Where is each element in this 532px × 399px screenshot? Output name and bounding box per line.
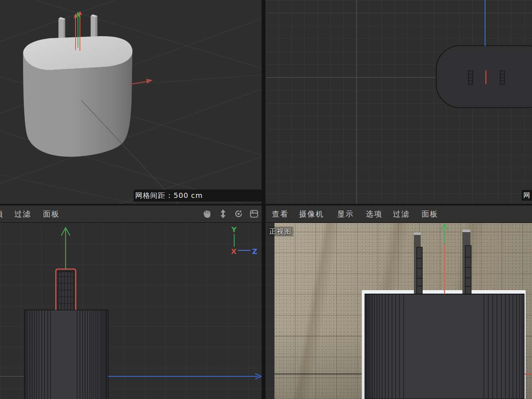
3d-app-window: 网格间距 : 500 cm 网 项 过滤 xyxy=(0,0,532,399)
rotate-view-icon[interactable] xyxy=(233,209,244,219)
axis-orientation-gizmo: Y X Z xyxy=(231,225,257,256)
side-viewport[interactable]: Y X Z xyxy=(0,223,262,399)
menu-item-camera[interactable]: 摄像机 xyxy=(299,205,324,222)
charger-wireframe-side[interactable] xyxy=(25,310,108,399)
y-axis-handle[interactable] xyxy=(441,224,448,244)
side-view-scene: Y X Z xyxy=(0,223,262,399)
x-axis-handle[interactable] xyxy=(130,79,153,84)
viewport-toolbar xyxy=(202,209,259,219)
z-axis-handle[interactable] xyxy=(108,374,261,379)
top-view-scene xyxy=(266,0,532,204)
viewport-divider-vertical[interactable] xyxy=(262,0,266,399)
gizmo-y-label: Y xyxy=(231,225,237,234)
perspective-viewport[interactable]: 网格间距 : 500 cm xyxy=(0,0,262,204)
toggle-single-view-icon[interactable] xyxy=(249,209,259,219)
grid-spacing-label-clipped: 网 xyxy=(522,190,532,201)
menu-item-view[interactable]: 查看 xyxy=(272,205,289,222)
menu-item-panel[interactable]: 面板 xyxy=(421,205,438,222)
gizmo-z-label: Z xyxy=(252,247,257,256)
pan-hand-icon[interactable] xyxy=(202,209,213,219)
menu-item-options-truncated[interactable]: 项 xyxy=(0,205,4,222)
menu-item-options[interactable]: 选项 xyxy=(366,205,382,222)
gizmo-x-label: X xyxy=(231,247,237,256)
charger-outline-top[interactable] xyxy=(436,46,532,108)
grid-spacing-label: 网格间距 : 500 cm xyxy=(134,190,262,201)
menu-item-filter[interactable]: 过滤 xyxy=(393,205,410,222)
front-view-scene xyxy=(266,223,532,399)
front-viewport[interactable]: 正视图 xyxy=(266,223,532,399)
side-viewport-menubar: 项 过滤 面板 xyxy=(0,205,262,223)
viewport-name-label: 正视图 xyxy=(268,227,293,236)
menu-item-display[interactable]: 显示 xyxy=(337,205,354,222)
dolly-zoom-icon[interactable] xyxy=(218,209,228,219)
y-axis-handle[interactable] xyxy=(61,228,70,269)
front-viewport-menubar: 查看 摄像机 显示 选项 过滤 面板 xyxy=(266,205,532,223)
menu-item-filter[interactable]: 过滤 xyxy=(14,205,31,222)
charger-wireframe-front[interactable] xyxy=(365,294,524,399)
selected-prong-side[interactable] xyxy=(56,269,76,310)
perspective-scene xyxy=(0,0,262,204)
top-viewport[interactable]: 网 xyxy=(266,0,532,204)
menu-item-panel[interactable]: 面板 xyxy=(43,205,60,222)
